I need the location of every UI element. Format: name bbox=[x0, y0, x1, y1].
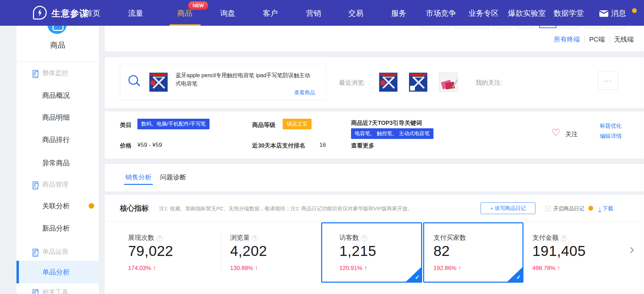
price-label: 价格 bbox=[120, 142, 132, 150]
date-button-partial[interactable] bbox=[562, 26, 580, 28]
tab-active-underline bbox=[124, 184, 153, 185]
envelope-icon bbox=[599, 10, 608, 17]
next-metrics-chevron[interactable]: › bbox=[630, 242, 634, 256]
terminal-tab-wireless[interactable]: 无线端 bbox=[614, 35, 634, 44]
main-content: 所有终端 PC端 无线端 蓝牙apple pencil专用触控电容笔 ipad手… bbox=[105, 26, 644, 294]
metric-separator bbox=[221, 232, 221, 273]
building-icon bbox=[33, 248, 38, 254]
nav-active-underline bbox=[170, 24, 201, 26]
sidebar-section-single-product-operation: 单品运营 bbox=[16, 247, 99, 257]
recent-product-thumbnail[interactable] bbox=[409, 72, 428, 92]
date-button-partial[interactable] bbox=[455, 26, 488, 28]
nav-item-product[interactable]: 商品 bbox=[177, 8, 192, 19]
divider bbox=[105, 221, 640, 222]
product-title: 蓝牙apple pencil专用触控电容笔 ipad手写笔防误触主动式电容笔 bbox=[176, 71, 313, 88]
my-follow-label: 我的关注: bbox=[476, 79, 502, 87]
core-metrics-title: 核心指标 bbox=[120, 203, 149, 213]
nav-item-hot-lab[interactable]: 爆款实验室 bbox=[508, 8, 546, 19]
product-module-icon bbox=[47, 26, 67, 34]
sidebar-title: 商品 bbox=[16, 40, 99, 50]
date-button-partial[interactable] bbox=[584, 26, 600, 28]
metric-change: 498.78% bbox=[532, 264, 560, 272]
view-more-link[interactable]: 查看更多 bbox=[351, 142, 374, 150]
diary-checkbox[interactable]: ✓ bbox=[545, 206, 551, 211]
date-button-partial-active[interactable] bbox=[539, 26, 556, 28]
recent-views-label: 最近浏览: bbox=[339, 79, 365, 87]
building-icon bbox=[33, 289, 38, 294]
core-metrics-card: 核心指标 注1: 收藏、加购指标暂无PC、无线分端数据，敬请期待；注2: 商品日… bbox=[105, 195, 644, 294]
recent-product-thumbnail[interactable] bbox=[439, 72, 458, 92]
nav-item-service[interactable]: 服务 bbox=[391, 8, 406, 19]
product-search-box[interactable]: 蓝牙apple pencil专用触控电容笔 ipad手写笔防误触主动式电容笔 查… bbox=[120, 64, 326, 100]
category-label: 类目 bbox=[120, 121, 132, 129]
up-arrow-icon bbox=[151, 265, 156, 271]
notification-dot bbox=[632, 8, 637, 13]
terminal-tab-pc[interactable]: PC端 bbox=[589, 35, 605, 44]
follow-button[interactable]: 关注 bbox=[565, 130, 578, 138]
help-icon[interactable] bbox=[361, 235, 367, 241]
sidebar-item-abnormal-product[interactable]: 异常商品 bbox=[16, 158, 99, 168]
separator bbox=[609, 36, 610, 43]
help-icon[interactable] bbox=[561, 235, 567, 241]
product-header-card: 蓝牙apple pencil专用触控电容笔 ipad手写笔防误触主动式电容笔 查… bbox=[105, 57, 644, 108]
sidebar-item-single-product-analysis[interactable]: 单品分析 bbox=[16, 261, 99, 283]
metric-change: 130.88% bbox=[230, 264, 258, 272]
category-badge: 数码、电脑/手机配件/手写笔 bbox=[137, 119, 210, 129]
nav-item-traffic[interactable]: 流量 bbox=[128, 8, 143, 19]
nav-item-inquiry[interactable]: 询盘 bbox=[220, 8, 235, 19]
up-arrow-icon bbox=[456, 265, 461, 271]
association-analysis-dot bbox=[89, 203, 94, 209]
title-optimize-link[interactable]: 标题优化 bbox=[600, 122, 622, 130]
messages-entry[interactable]: 消息 bbox=[599, 8, 626, 19]
tab-sales-analysis[interactable]: 销售分析 bbox=[125, 173, 151, 182]
fill-product-diary-button[interactable]: + 填写商品日记 bbox=[481, 202, 535, 214]
help-icon[interactable] bbox=[252, 235, 258, 241]
grade-label: 商品等级 bbox=[252, 121, 275, 129]
metric-change: 174.03% bbox=[128, 264, 156, 272]
date-button-partial[interactable] bbox=[421, 26, 450, 28]
metric-value: 79,022 bbox=[128, 243, 173, 259]
terminal-switcher: 所有终端 PC端 无线端 bbox=[554, 35, 634, 44]
nav-item-home[interactable]: 首页 bbox=[85, 8, 100, 19]
sidebar-section-overall-monitor: 整体监控 bbox=[16, 68, 99, 78]
date-button-partial[interactable] bbox=[606, 26, 624, 28]
metric-change: 192.86% bbox=[433, 264, 461, 272]
nav-item-data-school[interactable]: 数据学堂 bbox=[554, 8, 584, 19]
recent-product-thumbnail[interactable] bbox=[379, 72, 398, 92]
core-metrics-note: 注1: 收藏、加购指标暂无PC、无线分端数据，敬请期待；注2: 商品日记功能目前… bbox=[159, 205, 413, 212]
grade-badge: 镇店之宝 bbox=[283, 119, 312, 129]
follow-more-button[interactable]: ... bbox=[598, 71, 618, 90]
nav-item-business-zone[interactable]: 业务专区 bbox=[468, 8, 499, 19]
check-icon: ✓ bbox=[516, 274, 521, 281]
tab-problem-diagnosis[interactable]: 问题诊断 bbox=[160, 173, 186, 182]
download-link[interactable]: 下载 bbox=[598, 205, 613, 212]
metric-value: 1,215 bbox=[339, 243, 376, 259]
nav-item-trade[interactable]: 交易 bbox=[348, 8, 363, 19]
price-value: ¥59 - ¥59 bbox=[137, 142, 162, 149]
brand-title: 生意参谋 bbox=[52, 8, 89, 20]
date-button-partial[interactable] bbox=[494, 26, 511, 28]
help-icon[interactable] bbox=[157, 235, 162, 241]
metric-label: 支付金额 bbox=[532, 234, 558, 241]
nav-item-customer[interactable]: 客户 bbox=[263, 8, 278, 19]
heart-icon[interactable]: ♡ bbox=[552, 128, 560, 138]
sidebar-item-product-detail[interactable]: 商品明细 bbox=[16, 113, 99, 122]
product-thumbnail bbox=[149, 72, 168, 92]
metric-value: 4,202 bbox=[230, 243, 267, 259]
metric-label: 浏览量 bbox=[230, 234, 250, 241]
sidebar-item-association-analysis[interactable]: 关联分析 bbox=[16, 201, 99, 211]
edit-detail-link[interactable]: 编辑详情 bbox=[600, 133, 622, 140]
view-product-link[interactable]: 查看商品 bbox=[294, 90, 315, 96]
nav-item-marketing[interactable]: 营销 bbox=[306, 8, 321, 19]
nav-item-market-competition[interactable]: 市场竞争 bbox=[426, 8, 456, 19]
new-badge: NEW bbox=[188, 1, 208, 10]
sidebar-item-product-overview[interactable]: 商品概况 bbox=[16, 91, 99, 101]
up-arrow-icon bbox=[362, 265, 367, 271]
sidebar-item-new-product-analysis[interactable]: 新品分析 bbox=[16, 224, 99, 233]
date-button-partial[interactable] bbox=[517, 26, 533, 28]
diary-toggle-label: 开启商品日记 bbox=[553, 205, 584, 212]
top-nav: 生意参谋 首页 流量 商品 NEW 询盘 客户 营销 交易 服务 市场竞争 业务… bbox=[0, 0, 644, 26]
sidebar-item-product-ranking[interactable]: 商品排行 bbox=[16, 135, 99, 145]
terminal-tab-all[interactable]: 所有终端 bbox=[554, 35, 580, 44]
up-arrow-icon bbox=[555, 265, 560, 271]
